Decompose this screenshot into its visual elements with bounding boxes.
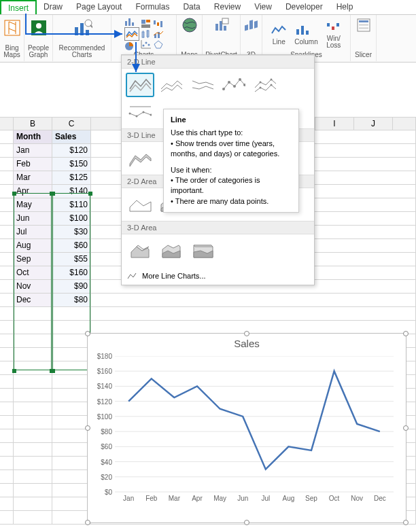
- line-markers-option[interactable]: [220, 73, 248, 97]
- col-header-C[interactable]: C: [52, 117, 91, 130]
- tab-insert[interactable]: Insert: [0, 0, 37, 14]
- scatter-chart-icon[interactable]: [141, 39, 152, 49]
- line-chart-dropdown-button[interactable]: [124, 27, 139, 41]
- svg-point-60: [143, 111, 145, 113]
- stacked-line-markers-option[interactable]: [251, 73, 279, 97]
- chart-type-tooltip: Line Use this chart type to: • Show tren…: [163, 109, 299, 213]
- cell-sales[interactable]: $60: [52, 239, 91, 253]
- cell-month[interactable]: Nov: [14, 280, 52, 294]
- cell-sales[interactable]: $120: [52, 144, 91, 158]
- tab-developer[interactable]: Developer: [279, 0, 330, 14]
- people-graph-button[interactable]: [27, 16, 50, 39]
- cell-month[interactable]: Aug: [14, 239, 52, 253]
- svg-line-7: [90, 25, 92, 28]
- sparkline-line-button[interactable]: [270, 21, 288, 39]
- cell-month[interactable]: May: [14, 198, 52, 212]
- cell-month[interactable]: Apr: [14, 185, 52, 198]
- cell-month[interactable]: Oct: [14, 266, 52, 280]
- svg-rect-46: [359, 24, 368, 26]
- line-chart-option[interactable]: [126, 73, 154, 97]
- cell-month[interactable]: Feb: [14, 158, 52, 171]
- cell-month[interactable]: Dec: [14, 294, 52, 307]
- col-header-J[interactable]: J: [354, 117, 393, 130]
- 100-stacked-line-option[interactable]: [188, 73, 217, 97]
- hierarchy-chart-icon[interactable]: [141, 19, 152, 29]
- section-2d-line: 2-D Line: [122, 55, 314, 69]
- svg-rect-8: [125, 21, 127, 26]
- statistic-chart-icon[interactable]: [141, 29, 152, 39]
- radar-chart-icon[interactable]: [153, 39, 164, 49]
- more-line-charts[interactable]: More Line Charts...: [122, 267, 314, 285]
- cell-sales[interactable]: $150: [52, 158, 91, 171]
- svg-rect-42: [332, 26, 334, 30]
- svg-rect-33: [224, 26, 226, 31]
- chart-plot-area[interactable]: $0$20$40$60$80$100$120$140$160$180JanFeb…: [115, 356, 399, 506]
- header-month[interactable]: Month: [14, 130, 52, 144]
- col-header-I[interactable]: I: [315, 117, 354, 130]
- recommended-charts-label: Recommended Charts: [59, 45, 105, 60]
- 3d-line-option[interactable]: [126, 146, 154, 171]
- cell-sales[interactable]: $90: [52, 280, 91, 294]
- cell-sales[interactable]: $80: [52, 294, 91, 307]
- tab-draw[interactable]: Draw: [37, 0, 69, 14]
- svg-rect-5: [86, 30, 89, 35]
- svg-rect-38: [296, 29, 299, 35]
- tab-review[interactable]: Review: [207, 0, 247, 14]
- cell-sales[interactable]: $160: [52, 266, 91, 280]
- sparkline-column-button[interactable]: [294, 21, 312, 39]
- svg-point-22: [145, 42, 147, 44]
- recommended-charts-button[interactable]: [71, 16, 94, 39]
- bing-maps-label: Bing Maps: [3, 45, 20, 60]
- tab-formulas[interactable]: Formulas: [128, 0, 176, 14]
- bing-maps-button[interactable]: [1, 16, 24, 39]
- embedded-chart[interactable]: Sales $0$20$40$60$80$100$120$140$160$180…: [87, 333, 406, 523]
- combo-chart-icon[interactable]: [153, 29, 164, 39]
- svg-point-55: [260, 87, 262, 89]
- svg-point-21: [142, 45, 144, 47]
- svg-rect-3: [75, 27, 78, 35]
- cell-month[interactable]: Jan: [14, 144, 52, 158]
- cell-month[interactable]: Mar: [14, 171, 52, 185]
- tab-page-layout[interactable]: Page Layout: [69, 0, 128, 14]
- cell-sales[interactable]: $140: [52, 185, 91, 198]
- svg-rect-9: [128, 18, 131, 26]
- tab-view[interactable]: View: [247, 0, 279, 14]
- tab-bar: Insert Draw Page Layout Formulas Data Re…: [0, 0, 416, 15]
- 3d-stacked-area-option[interactable]: [157, 238, 186, 263]
- sparkline-winloss-button[interactable]: [325, 18, 343, 35]
- svg-point-61: [150, 114, 152, 116]
- pie-chart-icon[interactable]: [124, 41, 135, 51]
- people-graph-label: People Graph: [28, 45, 49, 60]
- svg-rect-34: [222, 18, 228, 24]
- svg-rect-43: [336, 23, 339, 26]
- tab-data[interactable]: Data: [176, 0, 207, 14]
- column-chart-icon[interactable]: [124, 17, 135, 26]
- 3d-100-stacked-area-option[interactable]: [188, 238, 217, 263]
- slicer-button[interactable]: [355, 16, 372, 34]
- 3d-area-option[interactable]: [126, 238, 154, 263]
- cell-sales[interactable]: $30: [52, 226, 91, 239]
- svg-rect-45: [359, 20, 368, 22]
- tab-help[interactable]: Help: [330, 0, 360, 14]
- 100-stacked-line-markers-option[interactable]: [126, 100, 154, 124]
- svg-point-56: [271, 84, 273, 86]
- header-sales[interactable]: Sales: [52, 130, 91, 144]
- svg-point-48: [222, 88, 225, 90]
- stacked-line-option[interactable]: [157, 73, 186, 97]
- col-header-B[interactable]: B: [14, 117, 52, 130]
- cell-sales[interactable]: $55: [52, 253, 91, 266]
- svg-rect-24: [154, 20, 156, 24]
- cell-month[interactable]: Sep: [14, 253, 52, 266]
- chart-title[interactable]: Sales: [88, 334, 406, 353]
- cell-sales[interactable]: $125: [52, 171, 91, 185]
- pivot-chart-button[interactable]: [213, 16, 230, 34]
- 3d-map-button[interactable]: [243, 16, 260, 34]
- svg-rect-39: [301, 26, 304, 35]
- cell-month[interactable]: Jun: [14, 212, 52, 226]
- cell-sales[interactable]: $100: [52, 212, 91, 226]
- cell-month[interactable]: Jul: [14, 226, 52, 239]
- cell-sales[interactable]: $110: [52, 198, 91, 212]
- area-option[interactable]: [126, 192, 154, 217]
- maps-button[interactable]: [181, 16, 198, 34]
- waterfall-chart-icon[interactable]: [153, 19, 164, 29]
